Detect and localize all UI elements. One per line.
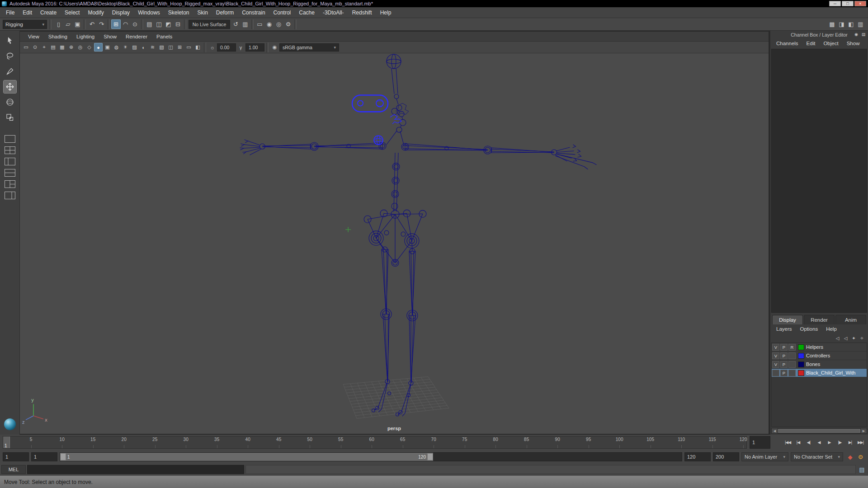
tab-anim[interactable]: Anim [835, 315, 866, 324]
toggle-modeling-toolkit-icon[interactable]: ▩ [827, 19, 837, 29]
layer-color-swatch[interactable] [798, 361, 804, 367]
layer-menu-help[interactable]: Help [822, 326, 841, 332]
menu-file[interactable]: File [2, 7, 19, 18]
playback-end-field[interactable]: 120 [684, 452, 711, 461]
gamma-field[interactable]: 1.00 [245, 43, 264, 52]
open-render-view-icon[interactable]: ▭ [255, 19, 264, 29]
animation-end-field[interactable]: 200 [713, 452, 739, 461]
lock-camera-icon[interactable]: ⊙ [31, 43, 39, 52]
menu-display[interactable]: Display [108, 7, 134, 18]
2d-pan-zoom-icon[interactable]: ⊕ [67, 43, 75, 52]
command-language-button[interactable]: MEL [1, 465, 26, 474]
viewport-canvas[interactable]: y x z persp [20, 53, 769, 434]
menu-edit[interactable]: Edit [19, 7, 36, 18]
menu-set-dropdown[interactable]: Rigging ▾ [3, 20, 47, 29]
channel-box-menu-edit[interactable]: Edit [802, 41, 820, 46]
camera-attributes-icon[interactable]: ⌖ [40, 43, 48, 52]
isolate-select-icon[interactable]: ◫ [166, 43, 175, 52]
step-back-frame-button[interactable]: |◀ [793, 436, 803, 449]
layout-uv-editor-button[interactable] [4, 191, 16, 200]
use-default-material-icon[interactable]: ◍ [112, 43, 121, 52]
layer-scrollbar[interactable]: ◀ ▶ [771, 428, 867, 434]
inputs-to-selected-icon[interactable]: ▥ [241, 19, 250, 29]
channel-box-pin-icon[interactable]: ◉ [853, 31, 860, 38]
view-transform-dropdown[interactable]: sRGB gamma ▾ [279, 43, 339, 52]
maximize-button[interactable]: □ [842, 1, 854, 6]
layer-playback-toggle[interactable]: P [780, 352, 788, 359]
menu-3dtoall[interactable]: -3DtoAll- [319, 7, 348, 18]
live-surface-field[interactable]: No Live Surface [189, 20, 230, 29]
channel-box-tab-icon[interactable]: ▤ [860, 31, 867, 38]
layer-render-toggle[interactable] [788, 370, 796, 376]
shadows-icon[interactable]: ▨ [130, 43, 139, 52]
menu-help[interactable]: Help [376, 7, 396, 18]
set-all-layers-visible-icon[interactable]: ◁ [834, 334, 841, 342]
current-time-field[interactable]: 1 [750, 436, 770, 449]
menu-control[interactable]: Control [269, 7, 295, 18]
redo-icon[interactable]: ↷ [97, 19, 106, 29]
select-hierarchy-icon[interactable]: ▤ [145, 19, 154, 29]
layer-row[interactable]: PBlack_Child_Girl_With [772, 369, 867, 377]
scroll-right-icon[interactable]: ▶ [861, 428, 867, 433]
gate-mask-icon[interactable]: ◧ [193, 43, 202, 52]
close-button[interactable]: × [854, 1, 866, 6]
oversampling-icon[interactable]: ◎ [76, 43, 85, 52]
playhead[interactable]: 1 [3, 436, 10, 448]
create-empty-layer-icon[interactable]: ✧ [858, 334, 866, 342]
layer-color-swatch[interactable] [798, 353, 804, 359]
menu-redshift[interactable]: Redshift [348, 7, 376, 18]
layout-four-view-button[interactable] [4, 146, 16, 155]
toggle-tool-settings-icon[interactable]: ◧ [846, 19, 856, 29]
image-plane-icon[interactable]: ▦ [58, 43, 66, 52]
snap-together-icon[interactable]: ⊟ [173, 19, 183, 29]
exposure-field[interactable]: 0.00 [217, 43, 236, 52]
scale-tool[interactable] [4, 111, 16, 124]
menu-windows[interactable]: Windows [134, 7, 164, 18]
layout-persp-outliner-button[interactable] [4, 157, 16, 166]
wireframe-display-icon[interactable]: ◇ [85, 43, 94, 52]
go-to-start-button[interactable]: |◀◀ [783, 436, 793, 449]
move-tool[interactable] [4, 80, 16, 93]
render-current-frame-icon[interactable]: ◉ [264, 19, 274, 29]
scrollbar-thumb[interactable] [778, 429, 860, 433]
snap-to-grid-icon[interactable]: ⊞ [111, 19, 121, 29]
layer-visibility-toggle[interactable] [772, 370, 779, 376]
snap-to-curves-icon[interactable]: ◠ [121, 19, 130, 29]
textured-display-icon[interactable]: ▣ [103, 43, 112, 52]
new-scene-icon[interactable]: ▯ [54, 19, 63, 29]
bookmark-icon[interactable]: ▤ [49, 43, 57, 52]
playback-start-field[interactable]: 1 [31, 452, 57, 461]
paint-select-tool[interactable] [4, 65, 16, 78]
layer-menu-options[interactable]: Options [796, 326, 822, 332]
time-slider[interactable]: 1 51015202530354045505560657075808590951… [3, 436, 747, 449]
select-tool[interactable] [4, 34, 16, 47]
channel-box-menu-show[interactable]: Show [843, 41, 864, 46]
select-camera-icon[interactable]: ▭ [22, 43, 30, 52]
layer-playback-toggle[interactable]: P [780, 370, 788, 376]
anim-layer-dropdown[interactable]: No Anim Layer ▾ [741, 452, 788, 461]
menu-cache[interactable]: Cache [295, 7, 319, 18]
animation-preferences-icon[interactable]: ⚙ [856, 452, 865, 462]
command-result-field[interactable] [245, 465, 856, 474]
smooth-shade-icon[interactable]: ● [94, 43, 103, 52]
menu-skin[interactable]: Skin [193, 7, 212, 18]
go-to-end-button[interactable]: ▶▶| [856, 436, 865, 449]
snap-to-points-icon[interactable]: ⊙ [130, 19, 140, 29]
play-backwards-button[interactable]: ◀ [814, 436, 824, 449]
select-component-icon[interactable]: ◩ [164, 19, 173, 29]
character-set-dropdown[interactable]: No Character Set ▾ [791, 452, 843, 461]
step-forward-key-button[interactable]: |▶ [835, 436, 844, 449]
play-forwards-button[interactable]: ▶ [825, 436, 834, 449]
save-scene-icon[interactable]: ▣ [73, 19, 82, 29]
menu-modify[interactable]: Modify [84, 7, 108, 18]
menu-deform[interactable]: Deform [212, 7, 238, 18]
menu-constrain[interactable]: Constrain [238, 7, 269, 18]
motion-blur-icon[interactable]: ≋ [148, 43, 157, 52]
animation-start-field[interactable]: 1 [3, 452, 29, 461]
tab-display[interactable]: Display [772, 315, 803, 324]
field-chart-icon[interactable]: ⊞ [175, 43, 184, 52]
layer-render-toggle[interactable] [788, 361, 796, 368]
screen-space-ao-icon[interactable]: ◐ [139, 43, 148, 52]
ipr-render-icon[interactable]: ◎ [274, 19, 283, 29]
minimize-button[interactable]: ─ [829, 1, 841, 6]
